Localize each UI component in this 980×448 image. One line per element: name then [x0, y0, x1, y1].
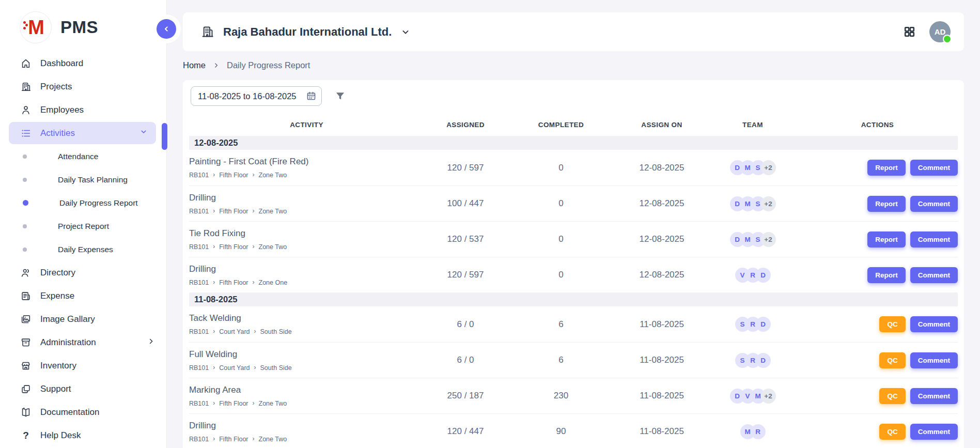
path-node: RB101 [189, 208, 209, 215]
comment-button[interactable]: Comment [910, 160, 958, 176]
comment-button[interactable]: Comment [910, 231, 958, 248]
sidebar-subitem-attendance[interactable]: Attendance [0, 145, 166, 168]
path-separator-icon: › [253, 279, 255, 286]
activity-cell: DrillingRB101›Fifth Floor›Zone Two [189, 421, 424, 443]
path-separator-icon: › [253, 399, 255, 407]
sidebar-item-employees[interactable]: Employees [0, 98, 166, 121]
sidebar-subitem-project-report[interactable]: Project Report [0, 214, 166, 238]
assigned-value: 120 / 597 [424, 163, 507, 173]
filter-funnel-icon[interactable] [334, 90, 346, 102]
sidebar-item-directory[interactable]: Directory [0, 261, 166, 284]
activity-cell: Full WeldingRB101›Court Yard›South Side [189, 349, 424, 372]
header-actions: AD [903, 21, 951, 42]
comment-button[interactable]: Comment [910, 388, 958, 404]
date-range-input[interactable] [191, 86, 322, 106]
sidebar-item-administration[interactable]: Administration [0, 331, 166, 354]
qc-button[interactable]: QC [879, 352, 905, 368]
sidebar-item-image-gallary[interactable]: Image Gallary [0, 307, 166, 331]
activity-location-path: RB101›Fifth Floor›Zone Two [189, 172, 424, 179]
sidebar-subitem-daily-task-planning[interactable]: Daily Task Planning [0, 168, 166, 191]
copy-icon [20, 383, 32, 395]
team-member-avatar[interactable]: D [756, 268, 771, 283]
assigned-value: 120 / 537 [424, 234, 507, 244]
path-node: Fifth Floor [219, 172, 248, 179]
path-node: RB101 [189, 328, 209, 335]
path-node: South Side [260, 364, 292, 372]
team-more-badge[interactable]: +2 [761, 389, 776, 404]
team-member-avatar[interactable]: D [756, 353, 771, 368]
home-icon [20, 58, 32, 69]
column-header-team: TEAM [708, 121, 797, 129]
apps-grid-icon[interactable] [903, 25, 916, 38]
top-header: Raja Bahadur International Ltd. AD [183, 12, 964, 51]
activity-location-path: RB101›Court Yard›South Side [189, 364, 424, 372]
activity-row: Painting - First Coat (Fire Red)RB101›Fi… [189, 150, 958, 186]
app-title: PMS [60, 18, 98, 37]
team-more-badge[interactable]: +2 [761, 232, 776, 247]
sidebar-item-dashboard[interactable]: Dashboard [0, 52, 166, 75]
column-header-assign-on: ASSIGN ON [615, 121, 708, 129]
assigned-value: 100 / 447 [424, 198, 507, 209]
active-section-indicator [162, 123, 167, 150]
team-cell: MR [708, 424, 797, 439]
completed-value: 90 [507, 426, 615, 437]
sidebar-item-documentation[interactable]: Documentation [0, 400, 166, 424]
team-cell: SRD [708, 317, 797, 332]
team-cell: DMS+2 [708, 196, 797, 211]
comment-button[interactable]: Comment [910, 424, 958, 440]
active-bullet-icon [23, 200, 28, 206]
activity-cell: Painting - First Coat (Fire Red)RB101›Fi… [189, 157, 424, 179]
comment-button[interactable]: Comment [910, 196, 958, 212]
company-selector[interactable]: Raja Bahadur International Ltd. [200, 25, 411, 39]
company-name: Raja Bahadur International Ltd. [223, 25, 392, 39]
path-node: RB101 [189, 279, 209, 286]
sidebar-item-label: Administration [40, 337, 147, 348]
date-group-header: 11-08-2025 [189, 292, 958, 306]
sidebar-collapse-button[interactable] [157, 19, 176, 39]
report-button[interactable]: Report [867, 196, 906, 212]
sidebar-item-inventory[interactable]: Inventory [0, 354, 166, 377]
report-button[interactable]: Report [867, 231, 906, 248]
path-separator-icon: › [213, 279, 215, 286]
report-button[interactable]: Report [867, 160, 906, 176]
path-node: RB101 [189, 364, 209, 372]
activity-row: DrillingRB101›Fifth Floor›Zone One120 / … [189, 257, 958, 292]
sidebar-item-projects[interactable]: Projects [0, 75, 166, 98]
qc-button[interactable]: QC [879, 388, 905, 404]
calendar-icon[interactable] [306, 90, 317, 103]
bullet-icon [23, 224, 27, 228]
qc-button[interactable]: QC [879, 424, 905, 440]
comment-button[interactable]: Comment [910, 316, 958, 332]
path-separator-icon: › [253, 435, 255, 442]
path-node: RB101 [189, 243, 209, 251]
sidebar-item-support[interactable]: Support [0, 377, 166, 400]
team-member-avatar[interactable]: D [756, 317, 771, 332]
sidebar-item-activities[interactable]: Activities [9, 122, 156, 144]
sidebar-subitem-label: Daily Task Planning [58, 175, 128, 184]
sidebar-subitem-label: Project Report [58, 222, 109, 231]
list-icon [20, 128, 32, 139]
activity-cell: Tie Rod FixingRB101›Fifth Floor›Zone Two [189, 228, 424, 251]
comment-button[interactable]: Comment [910, 267, 958, 283]
activity-row: DrillingRB101›Fifth Floor›Zone Two120 / … [189, 413, 958, 448]
team-cell: DMS+2 [708, 160, 797, 175]
sidebar-subitem-daily-expenses[interactable]: Daily Expenses [0, 238, 166, 261]
brand-logo[interactable]: M PMS [0, 0, 166, 51]
path-node: Fifth Floor [219, 436, 248, 443]
sidebar-item-help-desk[interactable]: ?Help Desk [0, 424, 166, 447]
breadcrumb-home[interactable]: Home [183, 60, 206, 70]
comment-button[interactable]: Comment [910, 352, 958, 368]
team-more-badge[interactable]: +2 [761, 160, 776, 175]
path-separator-icon: › [213, 435, 215, 442]
team-member-avatar[interactable]: R [751, 424, 766, 439]
breadcrumb-current: Daily Progress Report [227, 60, 310, 70]
activity-cell: DrillingRB101›Fifth Floor›Zone One [189, 264, 424, 286]
path-separator-icon: › [213, 328, 215, 335]
sidebar-subitem-daily-progress-report[interactable]: Daily Progress Report [0, 191, 166, 214]
report-button[interactable]: Report [867, 267, 906, 283]
sidebar-item-expense[interactable]: Expense [0, 284, 166, 307]
activity-row: DrillingRB101›Fifth Floor›Zone Two100 / … [189, 186, 958, 221]
user-avatar[interactable]: AD [929, 21, 951, 42]
qc-button[interactable]: QC [879, 316, 905, 332]
team-more-badge[interactable]: +2 [761, 196, 776, 211]
